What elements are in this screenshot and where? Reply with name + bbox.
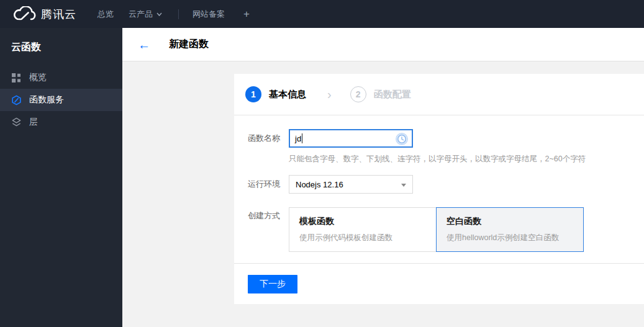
step-indicator: 1 基本信息 › 2 函数配置 — [234, 74, 644, 115]
step-2-label: 函数配置 — [374, 89, 411, 101]
content-area: 1 基本信息 › 2 函数配置 函数名称 jd 只能包含字母 — [122, 62, 644, 327]
step-1-label: 基本信息 — [269, 89, 306, 101]
card-footer: 下一步 — [234, 263, 644, 304]
topbar-divider — [178, 9, 179, 19]
method-card-title: 模板函数 — [299, 216, 426, 227]
runtime-select[interactable]: Nodejs 12.16 — [289, 175, 413, 194]
brand-name: 腾讯云 — [41, 7, 76, 22]
page-header: ← 新建函数 — [122, 28, 644, 61]
runtime-row: 运行环境 Nodejs 12.16 — [234, 175, 644, 194]
grid-icon — [11, 73, 22, 83]
method-card-desc: 使用示例代码模板创建函数 — [299, 233, 426, 243]
sidebar-title: 云函数 — [0, 28, 122, 54]
sidebar-item-overview[interactable]: 概览 — [0, 66, 122, 89]
method-card-template-function[interactable]: 模板函数 使用示例代码模板创建函数 — [289, 207, 437, 252]
creation-method-row: 创建方式 模板函数 使用示例代码模板创建函数 空白函数 使用helloworld… — [234, 207, 644, 252]
function-name-input[interactable]: jd — [289, 129, 413, 148]
runtime-value: Nodejs 12.16 — [296, 180, 343, 189]
chevron-down-icon — [156, 12, 162, 16]
step-2-circle: 2 — [350, 86, 366, 102]
function-name-value: jd — [295, 134, 301, 143]
method-card-title: 空白函数 — [447, 216, 573, 227]
next-step-button[interactable]: 下一步 — [248, 275, 297, 293]
page-title: 新建函数 — [169, 38, 209, 51]
method-card-blank-function[interactable]: 空白函数 使用helloworld示例创建空白函数 — [436, 207, 584, 252]
select-caret-icon — [401, 184, 406, 187]
creation-method-options: 模板函数 使用示例代码模板创建函数 空白函数 使用helloworld示例创建空… — [289, 207, 584, 252]
top-nav: 总览 云产品 网站备案 + — [98, 8, 250, 20]
function-service-icon — [11, 95, 22, 105]
clock-pending-icon — [396, 133, 408, 145]
sidebar-item-label: 层 — [29, 117, 38, 128]
nav-website-beian[interactable]: 网站备案 — [193, 9, 225, 20]
step-1-circle: 1 — [245, 86, 261, 102]
text-cursor — [302, 133, 302, 143]
runtime-label: 运行环境 — [248, 175, 289, 194]
nav-cloud-products[interactable]: 云产品 — [129, 9, 162, 20]
nav-overview[interactable]: 总览 — [98, 9, 114, 20]
create-function-card: 1 基本信息 › 2 函数配置 函数名称 jd 只能包含字母 — [234, 74, 644, 304]
method-card-desc: 使用helloworld示例创建空白函数 — [447, 233, 573, 243]
sidebar-item-label: 概览 — [29, 72, 47, 83]
creation-method-label: 创建方式 — [248, 207, 289, 252]
tencent-cloud-logo-icon — [12, 6, 36, 22]
function-name-help: 只能包含字母、数字、下划线、连字符，以字母开头，以数字或字母结尾，2~60个字符 — [289, 154, 644, 164]
form-body: 函数名称 jd 只能包含字母、数字、下划线、连字符，以字母开头，以数字或字母结尾… — [234, 115, 644, 263]
function-name-label: 函数名称 — [248, 129, 289, 148]
layers-icon — [11, 117, 22, 128]
sidebar: 云函数 概览 函数服务 层 — [0, 28, 122, 327]
add-tab-button[interactable]: + — [243, 8, 250, 20]
sidebar-item-layers[interactable]: 层 — [0, 111, 122, 133]
sidebar-item-label: 函数服务 — [29, 94, 64, 105]
back-button[interactable]: ← — [138, 38, 150, 51]
step-arrow-icon: › — [327, 88, 332, 101]
sidebar-item-function-service[interactable]: 函数服务 — [0, 89, 122, 111]
topbar: 腾讯云 总览 云产品 网站备案 + — [0, 0, 644, 28]
brand[interactable]: 腾讯云 — [12, 6, 76, 22]
function-name-row: 函数名称 jd — [234, 129, 644, 148]
